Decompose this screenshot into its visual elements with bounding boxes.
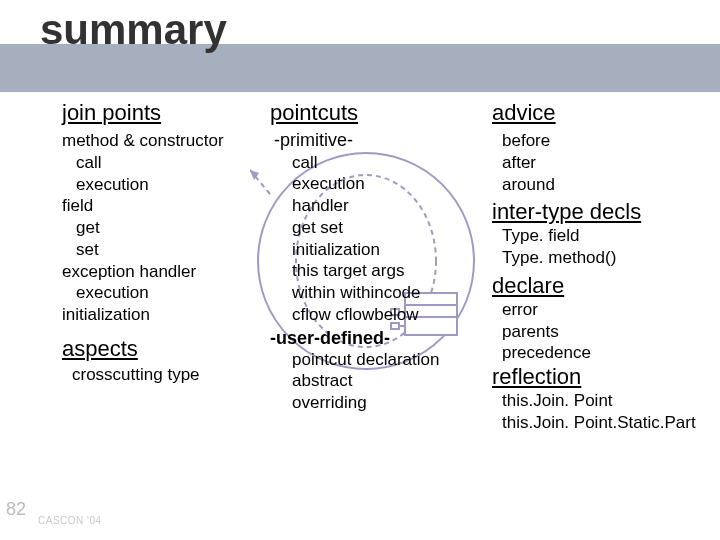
pc-item: execution <box>270 173 488 195</box>
jp-item: set <box>62 239 257 261</box>
column-advice: advice before after around inter-type de… <box>492 100 720 434</box>
slide: summary join points method & constructor… <box>0 0 720 540</box>
declare-item: precedence <box>492 342 720 364</box>
ud-item: overriding <box>270 392 488 414</box>
jp-item: get <box>62 217 257 239</box>
primitive-label: -primitive- <box>270 130 488 152</box>
advice-item: before <box>492 130 720 152</box>
jp-item: execution <box>62 282 257 304</box>
page-number: 82 <box>6 499 26 520</box>
ud-item: abstract <box>270 370 488 392</box>
jp-item: execution <box>62 174 257 196</box>
footer-text: CASCON '04 <box>38 515 102 526</box>
intertype-item: Type. method() <box>492 247 720 269</box>
reflection-item: this.Join. Point.Static.Part <box>492 412 720 434</box>
intertype-item: Type. field <box>492 225 720 247</box>
pc-item: this target args <box>270 260 488 282</box>
pc-item: initialization <box>270 239 488 261</box>
pc-item: handler <box>270 195 488 217</box>
aspects-item: crosscutting type <box>62 364 257 386</box>
declare-item: parents <box>492 321 720 343</box>
reflection-header: reflection <box>492 364 720 390</box>
pointcuts-header: pointcuts <box>270 100 488 126</box>
jp-item: method & constructor <box>62 130 257 152</box>
jp-item: call <box>62 152 257 174</box>
slide-body: join points method & constructor call ex… <box>0 100 720 500</box>
jp-item: field <box>62 195 257 217</box>
pc-item: cflow cflowbelow <box>270 304 488 326</box>
declare-header: declare <box>492 273 720 299</box>
pc-item: within withincode <box>270 282 488 304</box>
aspects-header: aspects <box>62 336 257 362</box>
pc-item: call <box>270 152 488 174</box>
advice-item: after <box>492 152 720 174</box>
join-points-header: join points <box>62 100 257 126</box>
advice-header: advice <box>492 100 720 126</box>
advice-item: around <box>492 174 720 196</box>
ud-item: pointcut declaration <box>270 349 488 371</box>
jp-item: exception handler <box>62 261 257 283</box>
reflection-item: this.Join. Point <box>492 390 720 412</box>
jp-item: initialization <box>62 304 257 326</box>
column-join-points: join points method & constructor call ex… <box>62 100 257 386</box>
declare-item: error <box>492 299 720 321</box>
user-defined-label: -user-defined- <box>270 328 488 349</box>
pc-item: get set <box>270 217 488 239</box>
column-pointcuts: pointcuts -primitive- call execution han… <box>270 100 488 414</box>
slide-title: summary <box>40 6 227 54</box>
intertype-header: inter-type decls <box>492 199 720 225</box>
